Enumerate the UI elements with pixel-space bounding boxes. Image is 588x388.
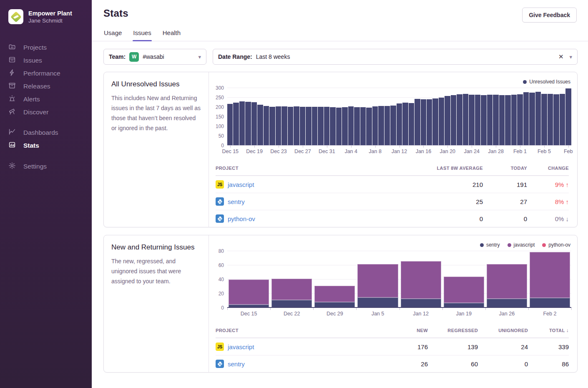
legend-item-javascript[interactable]: javascript <box>508 242 535 248</box>
bar <box>372 106 378 146</box>
change-cell: 0% ↓ <box>527 215 569 222</box>
x-tick <box>568 146 569 148</box>
bar <box>548 94 553 146</box>
tab-issues[interactable]: Issues <box>133 29 151 41</box>
y-tick-label: 300 <box>216 85 224 91</box>
org-switcher[interactable]: Empower Plant Jane Schmidt <box>8 9 92 24</box>
bar <box>402 103 408 146</box>
y-tick-label: 250 <box>216 95 224 101</box>
give-feedback-button[interactable]: Give Feedback <box>522 8 577 23</box>
project-link-javascript[interactable]: javascript <box>228 181 254 188</box>
table-header-row: PROJECTLAST 8W AVERAGETODAYCHANGE <box>216 161 569 176</box>
table-row: JSjavascript2101919% ↑ <box>216 176 569 193</box>
panel-title: New and Returning Issues <box>111 243 202 252</box>
project-link-sentry[interactable]: sentry <box>228 198 245 205</box>
x-tick-label: Jan 5 <box>372 311 384 317</box>
sidebar-item-releases[interactable]: Releases <box>8 80 92 93</box>
clear-icon[interactable]: ✕ <box>558 53 564 60</box>
javascript-platform-icon: JS <box>216 343 224 351</box>
table-row: JSjavascript17613924339 <box>216 338 569 355</box>
legend-label: sentry <box>486 242 500 248</box>
sidebar-item-settings[interactable]: Settings <box>8 160 92 173</box>
bar-group <box>227 251 270 308</box>
project-link-javascript[interactable]: javascript <box>228 343 254 350</box>
sidebar-item-projects[interactable]: Projects <box>8 41 92 54</box>
change-cell: 8% ↑ <box>527 198 569 205</box>
value-cell: 24 <box>478 343 528 350</box>
bar <box>493 95 498 146</box>
bar <box>318 107 323 146</box>
x-tick <box>351 146 352 148</box>
team-label: Team: <box>109 53 126 60</box>
value-cell: 0 <box>412 215 483 222</box>
sidebar-item-label: Issues <box>23 57 42 64</box>
x-tick-label: Dec 15 <box>241 311 257 317</box>
bar <box>378 106 384 146</box>
bar <box>469 95 474 146</box>
column-header-total[interactable]: TOTAL↓ <box>528 328 569 333</box>
bar-segment-sentry <box>401 299 441 308</box>
legend-item-sentry[interactable]: sentry <box>480 242 500 248</box>
legend-item-unresolved-issues[interactable]: Unresolved Issues <box>523 79 570 85</box>
x-tick-label: Jan 8 <box>369 149 382 154</box>
legend-item-python-ov[interactable]: python-ov <box>542 242 570 248</box>
sidebar-item-performance[interactable]: Performance <box>8 67 92 80</box>
issues-icon <box>8 56 16 65</box>
x-tick <box>327 146 327 148</box>
bar <box>348 106 354 146</box>
javascript-platform-icon: JS <box>216 180 224 189</box>
x-tick <box>270 308 271 310</box>
bar <box>269 107 275 146</box>
bar <box>432 98 438 146</box>
bar <box>360 107 366 146</box>
project-link-sentry[interactable]: sentry <box>228 360 245 368</box>
y-tick-label: 50 <box>219 133 224 139</box>
bar <box>475 95 480 146</box>
y-axis-labels: 050100150200250300 <box>211 88 227 146</box>
team-select[interactable]: Team: W #wasabi ▾ <box>103 49 206 65</box>
bar-segment-javascript <box>271 279 312 300</box>
page-title: Stats <box>103 8 128 19</box>
bar <box>529 93 535 146</box>
date-range-select[interactable]: Date Range: Last 8 weeks ✕ ▾ <box>213 49 578 65</box>
bar-series <box>227 88 571 146</box>
org-logo <box>8 9 23 24</box>
bar-segment-javascript <box>487 264 527 299</box>
x-tick <box>544 146 545 148</box>
project-cell: sentry <box>216 360 378 368</box>
x-tick <box>447 146 448 148</box>
value-cell: 191 <box>483 181 527 188</box>
x-tick <box>472 146 472 148</box>
value-cell: 60 <box>428 360 478 368</box>
tab-usage[interactable]: Usage <box>103 29 122 41</box>
tab-health[interactable]: Health <box>162 29 181 41</box>
x-tick <box>528 308 529 310</box>
team-avatar: W <box>129 52 139 62</box>
legend-dot-icon <box>480 243 484 247</box>
date-range-value: Last 8 weeks <box>256 53 290 60</box>
chart-plot-area: 050100150200250300Dec 15Dec 19Dec 23Dec … <box>211 88 571 146</box>
bar <box>565 88 571 146</box>
sidebar-item-stats[interactable]: Stats <box>8 139 92 152</box>
y-tick-label: 100 <box>216 123 224 129</box>
y-tick-label: 200 <box>216 104 224 110</box>
stacked-bar-series <box>227 251 571 308</box>
sidebar-item-alerts[interactable]: Alerts <box>8 93 92 106</box>
x-axis-spacer <box>211 308 571 320</box>
sidebar-item-issues[interactable]: Issues <box>8 54 92 67</box>
x-tick-label: Feb 5 <box>538 149 551 154</box>
bar <box>281 106 287 146</box>
bar <box>354 107 359 146</box>
settings-icon <box>8 162 16 171</box>
date-range-label: Date Range: <box>218 53 252 60</box>
sidebar-item-discover[interactable]: Discover <box>8 106 92 118</box>
project-link-python-ov[interactable]: python-ov <box>228 215 255 222</box>
bar <box>294 106 299 146</box>
bar-segment-sentry <box>530 298 570 308</box>
legend-dot-icon <box>523 80 527 84</box>
sidebar-item-dashboards[interactable]: Dashboards <box>8 126 92 139</box>
x-tick-label: Dec 22 <box>284 311 300 317</box>
bar <box>427 99 432 146</box>
bar <box>330 107 335 146</box>
x-tick <box>520 146 520 148</box>
